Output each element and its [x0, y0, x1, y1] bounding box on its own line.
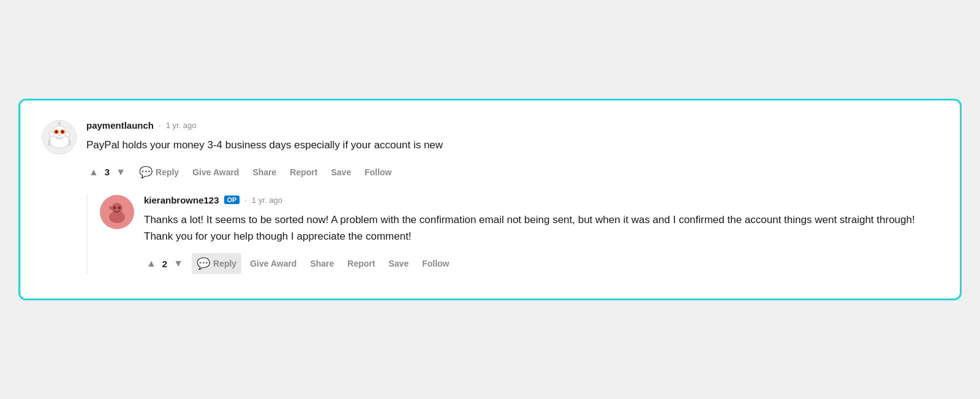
username: paymentlaunch [86, 120, 154, 131]
comment-meta: kieranbrowne123 OP · 1 yr. ago [144, 195, 938, 205]
report-button[interactable]: Report [285, 164, 322, 181]
timestamp: 1 yr. ago [166, 121, 197, 130]
share-button[interactable]: Share [305, 255, 339, 272]
downvote-button[interactable]: ▼ [113, 165, 128, 179]
dot-separator: · [159, 121, 161, 130]
comment-item: paymentlaunch · 1 yr. ago PayPal holds y… [42, 120, 938, 183]
save-button[interactable]: Save [326, 164, 356, 181]
comments-card: paymentlaunch · 1 yr. ago PayPal holds y… [18, 99, 962, 301]
dot-separator: · [244, 196, 247, 205]
username: kieranbrowne123 [144, 195, 219, 205]
reply-label: Reply [213, 259, 236, 268]
vote-count: 2 [162, 259, 167, 269]
give-award-button[interactable]: Give Award [187, 164, 244, 181]
report-label: Report [290, 167, 317, 177]
save-button[interactable]: Save [383, 255, 413, 272]
follow-button[interactable]: Follow [360, 164, 396, 181]
timestamp: 1 yr. ago [252, 196, 282, 205]
comment-item: kieranbrowne123 OP · 1 yr. ago Thanks a … [100, 195, 938, 274]
comment-text: Thanks a lot! It seems to be sorted now!… [144, 211, 938, 245]
reply-icon: 💬 [197, 257, 210, 270]
reply-button[interactable]: 💬 Reply [192, 253, 241, 274]
svg-point-6 [56, 131, 58, 132]
svg-point-7 [62, 131, 64, 132]
comment-body: paymentlaunch · 1 yr. ago PayPal holds y… [86, 120, 938, 183]
downvote-button[interactable]: ▼ [171, 257, 186, 270]
comment-body: kieranbrowne123 OP · 1 yr. ago Thanks a … [144, 195, 938, 274]
share-button[interactable]: Share [247, 164, 281, 181]
report-button[interactable]: Report [342, 255, 380, 272]
comment-text: PayPal holds your money 3-4 business day… [86, 137, 938, 153]
follow-button[interactable]: Follow [417, 255, 454, 272]
svg-point-2 [49, 132, 54, 137]
share-label: Share [252, 167, 276, 177]
upvote-button[interactable]: ▲ [86, 165, 101, 179]
upvote-button[interactable]: ▲ [144, 257, 159, 270]
vote-section: ▲ 2 ▼ [144, 257, 186, 270]
avatar [100, 195, 134, 229]
op-badge: OP [224, 196, 240, 204]
reply-icon: 💬 [139, 165, 153, 179]
save-label: Save [388, 259, 409, 268]
comment-meta: paymentlaunch · 1 yr. ago [86, 120, 938, 131]
save-label: Save [331, 167, 351, 177]
svg-point-16 [109, 206, 113, 210]
avatar [42, 120, 77, 154]
svg-point-10 [58, 122, 61, 124]
comment-actions: ▲ 3 ▼ 💬 Reply Give Award Share Report [86, 162, 938, 183]
give-award-button[interactable]: Give Award [245, 255, 301, 272]
user-avatar-icon [102, 197, 132, 227]
report-label: Report [347, 259, 375, 268]
svg-point-14 [113, 206, 116, 209]
follow-label: Follow [422, 259, 449, 268]
svg-point-8 [58, 134, 61, 135]
reply-label: Reply [156, 167, 179, 177]
vote-section: ▲ 3 ▼ [86, 165, 128, 179]
svg-point-15 [118, 206, 121, 209]
svg-point-3 [65, 132, 70, 137]
follow-label: Follow [364, 167, 391, 177]
nested-comment-container: kieranbrowne123 OP · 1 yr. ago Thanks a … [86, 195, 938, 274]
reply-button[interactable]: 💬 Reply [134, 162, 184, 183]
comment-actions: ▲ 2 ▼ 💬 Reply Give Award Share [144, 253, 938, 274]
vote-count: 3 [105, 167, 110, 177]
give-award-label: Give Award [192, 167, 239, 177]
reddit-alien-icon [44, 122, 75, 153]
share-label: Share [310, 259, 334, 268]
give-award-label: Give Award [250, 259, 296, 268]
